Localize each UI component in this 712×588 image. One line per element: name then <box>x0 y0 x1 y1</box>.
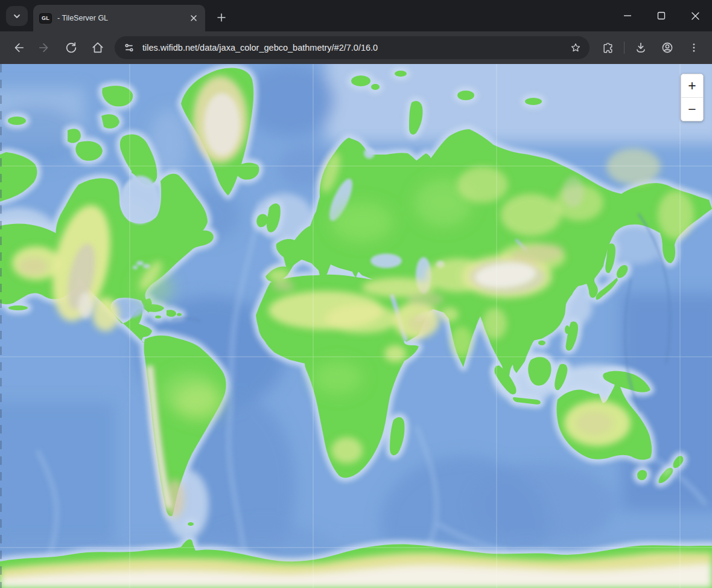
address-bar[interactable]: tiles.wifidb.net/data/jaxa_color_gebco_b… <box>115 36 590 59</box>
chevron-down-icon <box>12 11 22 21</box>
close-icon <box>691 11 700 21</box>
profile-button[interactable] <box>655 36 679 60</box>
close-icon <box>189 14 198 22</box>
profile-icon <box>661 41 674 54</box>
tab-search-button[interactable] <box>6 6 28 26</box>
back-button[interactable] <box>6 36 30 60</box>
back-icon <box>11 41 25 54</box>
close-window-button[interactable] <box>678 0 712 31</box>
minimize-icon <box>623 11 632 20</box>
map-viewport[interactable]: + − <box>0 64 712 588</box>
maximize-button[interactable] <box>644 0 678 31</box>
reload-icon <box>65 41 78 54</box>
browser-toolbar: tiles.wifidb.net/data/jaxa_color_gebco_b… <box>0 31 712 64</box>
new-tab-button[interactable] <box>212 8 230 27</box>
tab-title: - TileServer GL <box>57 14 188 22</box>
forward-icon <box>38 41 51 54</box>
star-icon <box>570 42 582 54</box>
zoom-in-button[interactable]: + <box>681 74 703 97</box>
home-icon <box>91 41 104 54</box>
world-map[interactable] <box>0 64 712 588</box>
window-controls <box>611 0 712 31</box>
puzzle-piece-icon <box>602 42 614 54</box>
maximize-icon <box>657 11 666 20</box>
extensions-button[interactable] <box>596 36 620 60</box>
downloads-button[interactable] <box>629 36 653 60</box>
tab-favicon: GL <box>39 13 52 24</box>
minimize-button[interactable] <box>611 0 644 31</box>
forward-button[interactable] <box>33 36 57 60</box>
site-info-button[interactable] <box>119 39 139 56</box>
toolbar-divider <box>624 42 625 54</box>
url-text[interactable]: tiles.wifidb.net/data/jaxa_color_gebco_b… <box>142 43 565 53</box>
browser-tab[interactable]: GL - TileServer GL <box>33 5 205 31</box>
zoom-out-button[interactable]: − <box>681 98 703 121</box>
browser-window: GL - TileServer GL <box>0 0 712 588</box>
kebab-menu-icon <box>688 42 700 54</box>
menu-button[interactable] <box>682 36 706 60</box>
map-zoom-control: + − <box>681 74 704 121</box>
download-icon <box>634 41 647 54</box>
tab-strip: GL - TileServer GL <box>0 0 712 31</box>
home-button[interactable] <box>86 36 110 60</box>
reload-button[interactable] <box>59 36 83 60</box>
site-settings-icon <box>124 42 135 53</box>
plus-icon <box>217 13 226 22</box>
tab-close-button[interactable] <box>188 13 199 24</box>
bookmark-button[interactable] <box>565 37 586 58</box>
